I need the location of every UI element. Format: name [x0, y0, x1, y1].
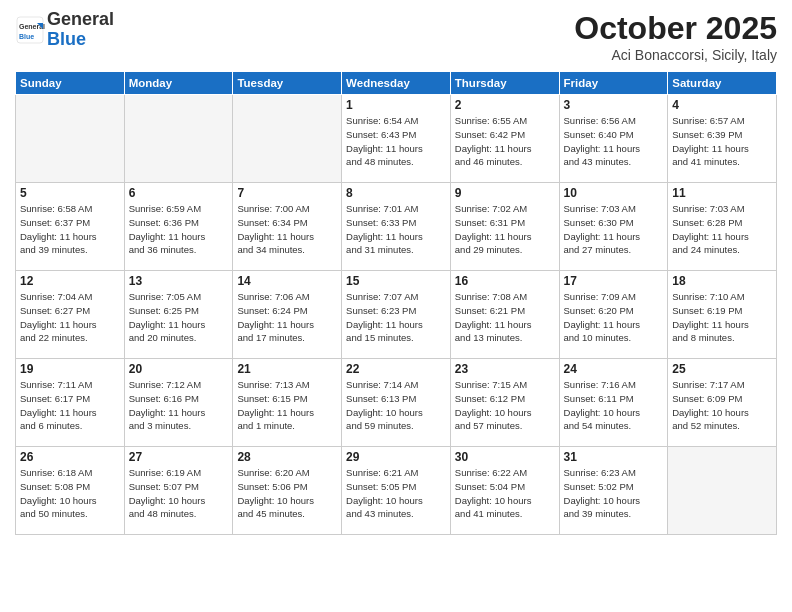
svg-text:Blue: Blue [19, 33, 34, 40]
calendar-cell: 17Sunrise: 7:09 AM Sunset: 6:20 PM Dayli… [559, 271, 668, 359]
day-info: Sunrise: 7:01 AM Sunset: 6:33 PM Dayligh… [346, 202, 446, 257]
col-saturday: Saturday [668, 72, 777, 95]
day-number: 22 [346, 362, 446, 376]
calendar-week-1: 1Sunrise: 6:54 AM Sunset: 6:43 PM Daylig… [16, 95, 777, 183]
calendar-cell: 23Sunrise: 7:15 AM Sunset: 6:12 PM Dayli… [450, 359, 559, 447]
calendar-cell: 13Sunrise: 7:05 AM Sunset: 6:25 PM Dayli… [124, 271, 233, 359]
header: General Blue General Blue October 2025 A… [15, 10, 777, 63]
col-monday: Monday [124, 72, 233, 95]
col-tuesday: Tuesday [233, 72, 342, 95]
calendar-cell: 30Sunrise: 6:22 AM Sunset: 5:04 PM Dayli… [450, 447, 559, 535]
day-info: Sunrise: 7:00 AM Sunset: 6:34 PM Dayligh… [237, 202, 337, 257]
day-info: Sunrise: 6:21 AM Sunset: 5:05 PM Dayligh… [346, 466, 446, 521]
day-number: 21 [237, 362, 337, 376]
day-number: 16 [455, 274, 555, 288]
day-number: 23 [455, 362, 555, 376]
day-info: Sunrise: 6:20 AM Sunset: 5:06 PM Dayligh… [237, 466, 337, 521]
col-wednesday: Wednesday [342, 72, 451, 95]
day-info: Sunrise: 6:18 AM Sunset: 5:08 PM Dayligh… [20, 466, 120, 521]
calendar-cell: 7Sunrise: 7:00 AM Sunset: 6:34 PM Daylig… [233, 183, 342, 271]
calendar-cell: 1Sunrise: 6:54 AM Sunset: 6:43 PM Daylig… [342, 95, 451, 183]
calendar-cell: 21Sunrise: 7:13 AM Sunset: 6:15 PM Dayli… [233, 359, 342, 447]
day-number: 9 [455, 186, 555, 200]
calendar-cell: 10Sunrise: 7:03 AM Sunset: 6:30 PM Dayli… [559, 183, 668, 271]
day-info: Sunrise: 7:03 AM Sunset: 6:28 PM Dayligh… [672, 202, 772, 257]
day-info: Sunrise: 7:07 AM Sunset: 6:23 PM Dayligh… [346, 290, 446, 345]
day-number: 11 [672, 186, 772, 200]
calendar-cell [668, 447, 777, 535]
logo: General Blue General Blue [15, 10, 114, 50]
day-info: Sunrise: 7:09 AM Sunset: 6:20 PM Dayligh… [564, 290, 664, 345]
calendar-cell: 3Sunrise: 6:56 AM Sunset: 6:40 PM Daylig… [559, 95, 668, 183]
calendar-cell: 11Sunrise: 7:03 AM Sunset: 6:28 PM Dayli… [668, 183, 777, 271]
location-subtitle: Aci Bonaccorsi, Sicily, Italy [574, 47, 777, 63]
calendar-week-4: 19Sunrise: 7:11 AM Sunset: 6:17 PM Dayli… [16, 359, 777, 447]
day-info: Sunrise: 7:12 AM Sunset: 6:16 PM Dayligh… [129, 378, 229, 433]
day-number: 2 [455, 98, 555, 112]
calendar-cell: 16Sunrise: 7:08 AM Sunset: 6:21 PM Dayli… [450, 271, 559, 359]
calendar-week-2: 5Sunrise: 6:58 AM Sunset: 6:37 PM Daylig… [16, 183, 777, 271]
day-info: Sunrise: 7:15 AM Sunset: 6:12 PM Dayligh… [455, 378, 555, 433]
title-block: October 2025 Aci Bonaccorsi, Sicily, Ita… [574, 10, 777, 63]
day-number: 29 [346, 450, 446, 464]
day-number: 26 [20, 450, 120, 464]
day-info: Sunrise: 7:13 AM Sunset: 6:15 PM Dayligh… [237, 378, 337, 433]
day-info: Sunrise: 7:08 AM Sunset: 6:21 PM Dayligh… [455, 290, 555, 345]
calendar-cell: 29Sunrise: 6:21 AM Sunset: 5:05 PM Dayli… [342, 447, 451, 535]
day-info: Sunrise: 7:02 AM Sunset: 6:31 PM Dayligh… [455, 202, 555, 257]
calendar-cell: 15Sunrise: 7:07 AM Sunset: 6:23 PM Dayli… [342, 271, 451, 359]
day-info: Sunrise: 7:11 AM Sunset: 6:17 PM Dayligh… [20, 378, 120, 433]
day-number: 5 [20, 186, 120, 200]
calendar-cell: 22Sunrise: 7:14 AM Sunset: 6:13 PM Dayli… [342, 359, 451, 447]
calendar-week-5: 26Sunrise: 6:18 AM Sunset: 5:08 PM Dayli… [16, 447, 777, 535]
page: General Blue General Blue October 2025 A… [0, 0, 792, 612]
calendar-table: Sunday Monday Tuesday Wednesday Thursday… [15, 71, 777, 535]
day-number: 27 [129, 450, 229, 464]
calendar-cell: 4Sunrise: 6:57 AM Sunset: 6:39 PM Daylig… [668, 95, 777, 183]
day-number: 6 [129, 186, 229, 200]
col-thursday: Thursday [450, 72, 559, 95]
day-info: Sunrise: 6:59 AM Sunset: 6:36 PM Dayligh… [129, 202, 229, 257]
day-info: Sunrise: 6:19 AM Sunset: 5:07 PM Dayligh… [129, 466, 229, 521]
calendar-cell: 28Sunrise: 6:20 AM Sunset: 5:06 PM Dayli… [233, 447, 342, 535]
day-number: 14 [237, 274, 337, 288]
calendar-cell [233, 95, 342, 183]
day-number: 15 [346, 274, 446, 288]
day-info: Sunrise: 7:03 AM Sunset: 6:30 PM Dayligh… [564, 202, 664, 257]
day-info: Sunrise: 6:55 AM Sunset: 6:42 PM Dayligh… [455, 114, 555, 169]
calendar-week-3: 12Sunrise: 7:04 AM Sunset: 6:27 PM Dayli… [16, 271, 777, 359]
calendar-cell: 20Sunrise: 7:12 AM Sunset: 6:16 PM Dayli… [124, 359, 233, 447]
day-info: Sunrise: 6:54 AM Sunset: 6:43 PM Dayligh… [346, 114, 446, 169]
day-info: Sunrise: 7:14 AM Sunset: 6:13 PM Dayligh… [346, 378, 446, 433]
day-number: 28 [237, 450, 337, 464]
day-info: Sunrise: 7:16 AM Sunset: 6:11 PM Dayligh… [564, 378, 664, 433]
col-friday: Friday [559, 72, 668, 95]
calendar-cell: 24Sunrise: 7:16 AM Sunset: 6:11 PM Dayli… [559, 359, 668, 447]
col-sunday: Sunday [16, 72, 125, 95]
logo-icon: General Blue [15, 15, 45, 45]
day-number: 1 [346, 98, 446, 112]
day-number: 20 [129, 362, 229, 376]
day-number: 19 [20, 362, 120, 376]
calendar-cell: 8Sunrise: 7:01 AM Sunset: 6:33 PM Daylig… [342, 183, 451, 271]
day-info: Sunrise: 7:17 AM Sunset: 6:09 PM Dayligh… [672, 378, 772, 433]
logo-text: General Blue [47, 10, 114, 50]
day-info: Sunrise: 7:05 AM Sunset: 6:25 PM Dayligh… [129, 290, 229, 345]
day-info: Sunrise: 6:23 AM Sunset: 5:02 PM Dayligh… [564, 466, 664, 521]
day-info: Sunrise: 6:22 AM Sunset: 5:04 PM Dayligh… [455, 466, 555, 521]
day-number: 10 [564, 186, 664, 200]
calendar-cell: 12Sunrise: 7:04 AM Sunset: 6:27 PM Dayli… [16, 271, 125, 359]
day-number: 17 [564, 274, 664, 288]
calendar-cell: 18Sunrise: 7:10 AM Sunset: 6:19 PM Dayli… [668, 271, 777, 359]
day-number: 4 [672, 98, 772, 112]
calendar-cell [16, 95, 125, 183]
calendar-cell: 31Sunrise: 6:23 AM Sunset: 5:02 PM Dayli… [559, 447, 668, 535]
day-info: Sunrise: 7:04 AM Sunset: 6:27 PM Dayligh… [20, 290, 120, 345]
calendar-cell: 25Sunrise: 7:17 AM Sunset: 6:09 PM Dayli… [668, 359, 777, 447]
day-number: 30 [455, 450, 555, 464]
day-number: 3 [564, 98, 664, 112]
calendar-header-row: Sunday Monday Tuesday Wednesday Thursday… [16, 72, 777, 95]
day-info: Sunrise: 6:58 AM Sunset: 6:37 PM Dayligh… [20, 202, 120, 257]
day-info: Sunrise: 6:56 AM Sunset: 6:40 PM Dayligh… [564, 114, 664, 169]
day-number: 24 [564, 362, 664, 376]
